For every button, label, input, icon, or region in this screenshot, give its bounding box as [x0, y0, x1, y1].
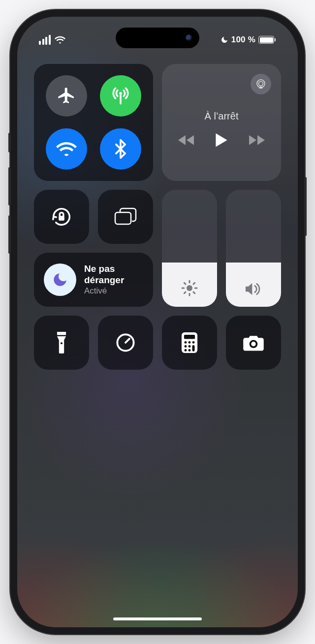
airplay-button[interactable]: [251, 74, 271, 94]
timer-icon: [115, 332, 136, 353]
rewind-button[interactable]: [178, 135, 194, 146]
volume-slider[interactable]: [226, 190, 281, 307]
svg-point-25: [185, 349, 187, 351]
focus-state: Activé: [84, 286, 143, 296]
wifi-icon: [56, 141, 77, 157]
home-indicator[interactable]: [113, 617, 202, 620]
speaker-icon: [244, 281, 263, 297]
play-button[interactable]: [215, 133, 228, 147]
iphone-frame: 100 %: [10, 10, 305, 634]
svg-point-15: [61, 342, 63, 344]
camera-button[interactable]: [226, 316, 281, 370]
focus-name: Ne pas déranger: [84, 263, 143, 286]
dnd-status-icon: [220, 36, 228, 44]
volume-down-button: [8, 215, 11, 254]
svg-point-21: [189, 341, 191, 344]
airplane-icon: [57, 86, 76, 106]
svg-point-29: [251, 342, 255, 346]
flashlight-icon: [56, 332, 67, 353]
calculator-button[interactable]: [162, 316, 217, 370]
svg-point-23: [185, 345, 187, 348]
sun-icon: [181, 279, 198, 297]
media-title: À l’arrêt: [205, 111, 239, 122]
timer-button[interactable]: [98, 316, 153, 370]
battery-icon: [258, 36, 274, 44]
control-center: À l’arrêt: [34, 64, 281, 370]
airplane-mode-toggle[interactable]: [46, 75, 87, 117]
antenna-icon: [110, 86, 131, 106]
cellular-data-toggle[interactable]: [100, 75, 141, 117]
wifi-status-icon: [55, 36, 65, 44]
svg-line-13: [184, 292, 186, 293]
screen-mirroring-button[interactable]: [98, 190, 153, 244]
svg-rect-19: [184, 335, 195, 339]
mute-switch: [8, 133, 11, 152]
svg-line-12: [193, 292, 195, 293]
bluetooth-toggle[interactable]: [100, 128, 141, 170]
svg-point-24: [189, 345, 191, 348]
wifi-toggle[interactable]: [46, 128, 87, 170]
camera-icon: [242, 334, 265, 351]
focus-toggle[interactable]: Ne pas déranger Activé: [34, 253, 153, 307]
screen: 100 %: [17, 17, 298, 627]
svg-rect-27: [192, 345, 195, 351]
svg-line-14: [193, 283, 195, 284]
orientation-lock-toggle[interactable]: [34, 190, 89, 244]
flashlight-button[interactable]: [34, 316, 89, 370]
dynamic-island: [116, 28, 199, 48]
volume-up-button: [8, 167, 11, 205]
brightness-slider[interactable]: [162, 190, 217, 307]
moon-icon: [52, 271, 68, 288]
svg-line-11: [184, 283, 186, 284]
power-button: [304, 177, 307, 236]
moon-badge: [44, 263, 76, 296]
svg-line-17: [126, 339, 129, 343]
calculator-icon: [181, 332, 198, 353]
bluetooth-icon: [115, 139, 126, 159]
screen-mirroring-icon: [114, 207, 137, 227]
airplay-icon: [255, 78, 267, 90]
svg-rect-5: [115, 212, 131, 224]
forward-button[interactable]: [249, 135, 265, 146]
orientation-lock-icon: [50, 205, 73, 228]
svg-point-26: [189, 349, 191, 351]
svg-point-6: [187, 285, 192, 291]
svg-point-20: [185, 341, 187, 344]
svg-point-22: [192, 341, 195, 344]
cellular-signal-icon: [39, 35, 51, 45]
connectivity-module[interactable]: [34, 64, 153, 181]
battery-percent: 100 %: [231, 35, 255, 45]
svg-point-3: [259, 82, 263, 86]
media-module[interactable]: À l’arrêt: [162, 64, 281, 181]
